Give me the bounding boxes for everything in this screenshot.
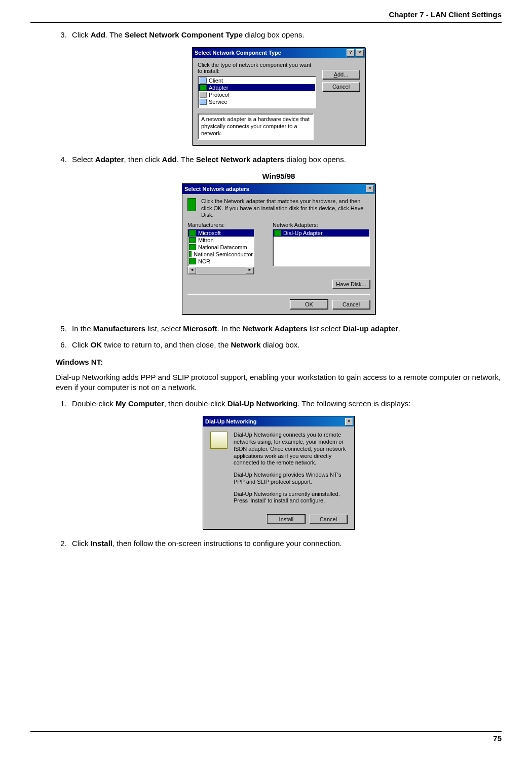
dlg1-instruction: Click the type of network component you …: [198, 62, 316, 74]
nt-intro-paragraph: Dial-up Networking adds PPP and SLIP pro…: [56, 372, 502, 393]
manufacturers-list[interactable]: Microsoft Mitron National Datacomm Natio…: [187, 229, 254, 266]
nt1t1: , then double-click: [164, 399, 227, 408]
dlg3-p2: Dial-Up Networking provides Windows NT's…: [234, 472, 347, 486]
s6t0: Click: [72, 340, 91, 349]
card-icon: [274, 230, 281, 236]
dialog-select-network-component-type: Select Network Component Type ? × Click …: [192, 47, 365, 145]
dlg2-title: Select Network adapters: [184, 186, 249, 192]
dlg2-caption: Win95/98: [56, 172, 502, 180]
manufacturers-label: Manufacturers:: [187, 222, 263, 228]
list-item[interactable]: Protocol: [199, 91, 315, 98]
step-4: Select Adapter, then click Add. The Sele…: [69, 154, 502, 165]
step-6: Click OK twice to return to, and then cl…: [69, 340, 502, 350]
scroll-left-icon[interactable]: ◄: [188, 267, 196, 274]
dlg2-instruction: Click the Network adapter that matches y…: [201, 198, 370, 219]
nt2t0: Click: [72, 539, 91, 548]
m0: Microsoft: [198, 230, 221, 236]
scrollbar[interactable]: ◄ ►: [187, 266, 254, 275]
step3-b0: Add: [91, 30, 105, 39]
s5b3: Dial-up adapter: [343, 324, 398, 333]
m2: National Datacomm: [198, 244, 247, 250]
step4-t2: . The: [177, 155, 196, 164]
install-button[interactable]: Install: [268, 515, 305, 524]
page-header: Chapter 7 - LAN Client Settings: [30, 10, 502, 23]
s6b1: Network: [231, 340, 260, 349]
list-item[interactable]: Adapter: [199, 84, 315, 91]
step4-t0: Select: [72, 155, 95, 164]
card-icon: [189, 230, 196, 236]
nt2t1: , then follow the on-screen instructions…: [112, 539, 342, 548]
cancel-button[interactable]: Cancel: [310, 515, 347, 524]
list-item[interactable]: National Datacomm: [188, 244, 254, 251]
adapter-card-icon: [187, 198, 196, 211]
page-footer: 75: [30, 731, 502, 743]
step4-b0: Adapter: [95, 155, 124, 164]
adapters-list[interactable]: Dial-Up Adapter: [273, 229, 370, 266]
step-5: In the Manufacturers list, select Micros…: [69, 324, 502, 334]
s5t2: . In the: [217, 324, 243, 333]
nt-step-1: Double-click My Computer, then double-cl…: [69, 399, 502, 409]
s5t4: .: [398, 324, 400, 333]
adapter-icon: [200, 85, 207, 91]
adapters-label: Network Adapters:: [273, 222, 370, 228]
close-icon[interactable]: ×: [366, 185, 374, 192]
dlg3-p3: Dial-Up Networking is currently uninstal…: [234, 491, 347, 505]
client-icon: [200, 78, 207, 84]
s5b2: Network Adapters: [243, 324, 308, 333]
dlg1-item3: Service: [209, 99, 227, 105]
s5b0: Manufacturers: [93, 324, 145, 333]
list-item[interactable]: Mitron: [188, 237, 254, 244]
s5b1: Microsoft: [183, 324, 217, 333]
cancel-button[interactable]: Cancel: [332, 300, 370, 309]
dlg1-title: Select Network Component Type: [195, 50, 281, 56]
windows-nt-heading: Windows NT:: [56, 358, 502, 366]
s5t1: list, select: [145, 324, 183, 333]
nt1t0: Double-click: [72, 399, 116, 408]
s5t0: In the: [72, 324, 93, 333]
list-item[interactable]: Microsoft: [188, 229, 254, 237]
step4-t1: , then click: [124, 155, 162, 164]
close-icon[interactable]: ×: [356, 49, 364, 57]
close-icon[interactable]: ×: [345, 418, 353, 425]
dlg3-title: Dial-Up Networking: [205, 418, 256, 424]
nt1b0: My Computer: [116, 399, 164, 408]
step4-t3: dialog box opens.: [284, 155, 346, 164]
list-item[interactable]: Dial-Up Adapter: [273, 229, 369, 237]
service-icon: [200, 99, 207, 105]
dlg1-help-text: A network adapter is a hardware device t…: [198, 113, 314, 139]
dlg1-add-rest: dd...: [337, 71, 348, 78]
s5t3: list select: [308, 324, 343, 333]
a0: Dial-Up Adapter: [283, 230, 323, 236]
s6t2: dialog box.: [261, 340, 300, 349]
page-number: 75: [493, 734, 502, 743]
dlg3-p1: Dial-Up Networking connects you to remot…: [234, 432, 347, 467]
m3: National Semiconductor: [194, 251, 253, 257]
card-icon: [189, 244, 196, 250]
help-icon[interactable]: ?: [347, 49, 355, 57]
step4-b2: Select Network adapters: [196, 155, 284, 164]
step4-b1: Add: [162, 155, 177, 164]
list-item[interactable]: National Semiconductor: [188, 251, 254, 258]
nt1t2: . The following screen is displays:: [297, 399, 410, 408]
nt1b1: Dial-Up Networking: [227, 399, 297, 408]
step3-t1: . The: [105, 30, 125, 39]
list-item[interactable]: Service: [199, 98, 315, 105]
ok-button[interactable]: OK: [290, 300, 328, 309]
card-icon: [189, 258, 196, 264]
dlg1-component-list[interactable]: Client Adapter Protocol Service: [198, 76, 316, 108]
dialog-dial-up-networking: Dial-Up Networking × Dial-Up Networking …: [203, 416, 355, 529]
dialog-select-network-adapters: Select Network adapters × Click the Netw…: [182, 183, 375, 315]
card-icon: [189, 237, 196, 243]
add-button[interactable]: Add...: [322, 70, 360, 79]
have-disk-button[interactable]: Have Disk...: [332, 280, 370, 289]
list-item[interactable]: Client: [199, 77, 315, 84]
dlg1-item2: Protocol: [209, 92, 229, 98]
card-icon: [189, 251, 192, 257]
list-item[interactable]: NCR: [188, 258, 254, 265]
phone-modem-icon: [210, 432, 227, 449]
m1: Mitron: [198, 237, 214, 243]
s6b0: OK: [91, 340, 102, 349]
protocol-icon: [200, 92, 207, 98]
scroll-right-icon[interactable]: ►: [246, 267, 254, 274]
cancel-button[interactable]: Cancel: [322, 82, 360, 91]
